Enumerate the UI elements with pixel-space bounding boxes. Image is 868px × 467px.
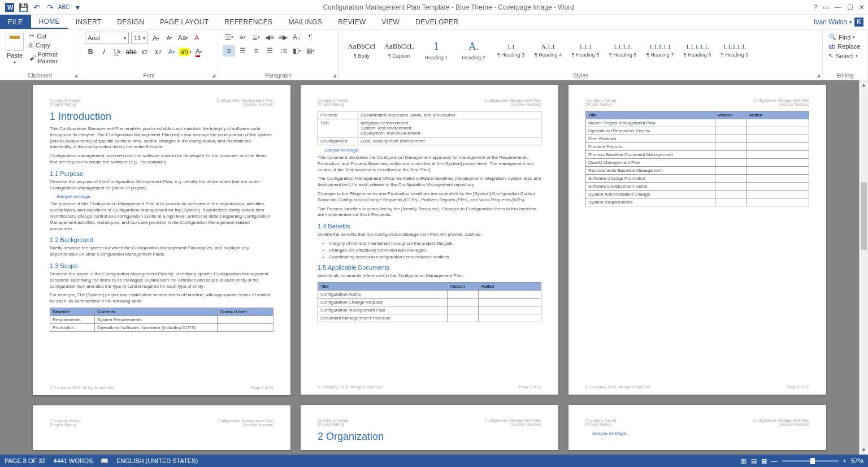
zoom-slider[interactable] xyxy=(782,460,839,462)
redo-button[interactable]: ↷ xyxy=(44,1,57,14)
scroll-up-button[interactable]: ▲ xyxy=(860,80,868,89)
vertical-scrollbar[interactable]: ▲ ▼ xyxy=(859,80,868,455)
paragraph-dialog-launcher[interactable]: ◢ xyxy=(333,73,336,78)
zoom-in-button[interactable]: + xyxy=(843,457,847,464)
align-left-button[interactable]: ≡ xyxy=(223,45,235,57)
style-heading-2[interactable]: A.Heading 2 xyxy=(455,32,492,69)
ribbon-options-icon[interactable]: ▭ xyxy=(823,3,829,11)
tab-design[interactable]: DESIGN xyxy=(109,15,152,29)
tab-insert[interactable]: INSERT xyxy=(68,15,110,29)
align-right-button[interactable]: ≡ xyxy=(250,45,262,57)
copy-button[interactable]: ⎘Copy xyxy=(28,41,75,49)
align-center-button[interactable]: ☰ xyxy=(236,45,249,57)
status-words[interactable]: 4441 WORDS xyxy=(54,457,93,464)
highlight-button[interactable]: ab▾ xyxy=(180,46,191,58)
borders-button[interactable]: ▦▾ xyxy=(304,45,316,57)
style--heading-8[interactable]: 1.1.1.1.1.¶ Heading 8 xyxy=(679,32,715,69)
multilevel-button[interactable]: ≣▾ xyxy=(250,32,262,43)
clear-formatting-button[interactable]: A̶ xyxy=(191,32,202,44)
replace-button[interactable]: abReplace xyxy=(827,42,863,50)
close-button[interactable]: ✕ xyxy=(859,3,865,11)
style--heading-7[interactable]: 1.1.1.1.1¶ Heading 7 xyxy=(642,32,678,69)
help-icon[interactable]: ? xyxy=(813,3,817,11)
superscript-button[interactable]: x2 xyxy=(153,46,164,58)
decrease-indent-button[interactable]: ◀≡ xyxy=(263,32,276,43)
style--heading-6[interactable]: 1.1.1.1.¶ Heading 6 xyxy=(605,32,641,69)
format-painter-button[interactable]: 🖌Format Painter xyxy=(28,50,75,65)
text-effects-button[interactable]: A▾ xyxy=(166,46,177,58)
status-page[interactable]: PAGE 8 OF 32 xyxy=(5,457,46,464)
font-dialog-launcher[interactable]: ◢ xyxy=(212,73,215,78)
style-gallery[interactable]: AaBbCcI¶ BodyAaBbCcL¶ Caption1Heading 1A… xyxy=(344,32,818,69)
zoom-level[interactable]: 57% xyxy=(851,457,863,464)
style-heading-1[interactable]: 1Heading 1 xyxy=(418,32,454,69)
justify-button[interactable]: ☰ xyxy=(263,45,276,57)
proofing-icon[interactable]: 📖 xyxy=(101,457,108,465)
tab-references[interactable]: REFERENCES xyxy=(216,15,280,29)
find-button[interactable]: 🔍Find▾ xyxy=(827,33,863,41)
style--caption[interactable]: AaBbCcL¶ Caption xyxy=(381,32,417,69)
shrink-font-button[interactable]: A▾ xyxy=(164,32,175,44)
undo-button[interactable]: ↶ xyxy=(31,1,43,14)
strikethrough-button[interactable]: abc xyxy=(125,46,137,58)
tab-view[interactable]: VIEW xyxy=(374,15,407,29)
style--heading-5[interactable]: 1.1.1¶ Heading 5 xyxy=(567,32,604,69)
shading-button[interactable]: ◧▾ xyxy=(290,45,303,57)
page-8: [Company Name][Project Name]Configuratio… xyxy=(301,85,558,395)
style--heading-3[interactable]: 1.1¶ Heading 3 xyxy=(493,32,529,69)
subscript-button[interactable]: x2 xyxy=(139,46,150,58)
qat-customize[interactable]: ▾ xyxy=(71,1,84,14)
group-label-styles: Styles xyxy=(339,72,822,79)
underline-button[interactable]: U▾ xyxy=(112,46,123,58)
styles-dialog-launcher[interactable]: ◢ xyxy=(817,73,820,78)
show-marks-button[interactable]: ¶ xyxy=(304,32,316,43)
word-icon[interactable]: W xyxy=(3,1,16,14)
maximize-button[interactable]: ☐ xyxy=(847,3,853,11)
document-area[interactable]: [Company Name][Project Name]Configuratio… xyxy=(0,80,859,455)
line-spacing-button[interactable]: ↕≡ xyxy=(277,45,289,57)
status-language[interactable]: ENGLISH (UNITED STATES) xyxy=(116,457,198,464)
tab-file[interactable]: FILE xyxy=(0,15,31,29)
select-button[interactable]: ↖Select▾ xyxy=(827,51,863,60)
view-web-layout[interactable]: ▦ xyxy=(761,457,767,465)
increase-indent-button[interactable]: ≡▶ xyxy=(277,32,289,43)
grow-font-button[interactable]: A▴ xyxy=(150,32,162,44)
view-read-mode[interactable]: ▥ xyxy=(741,457,747,465)
change-case-button[interactable]: Aa▾ xyxy=(177,32,189,44)
user-account[interactable]: Ivan Walsh ▾ K xyxy=(809,15,868,29)
bullets-button[interactable]: ☰▾ xyxy=(223,32,235,43)
tab-page-layout[interactable]: PAGE LAYOUT xyxy=(152,15,216,29)
heading-benefits: 1.4 Benefits xyxy=(318,223,541,230)
style--heading-4[interactable]: A.1.1¶ Heading 4 xyxy=(530,32,566,69)
scroll-down-button[interactable]: ▼ xyxy=(860,446,868,455)
scroll-thumb[interactable] xyxy=(861,182,867,250)
tab-home[interactable]: HOME xyxy=(31,15,68,29)
tab-mailings[interactable]: MAILINGS xyxy=(280,15,330,29)
clipboard-dialog-launcher[interactable]: ◢ xyxy=(74,73,77,78)
view-print-layout[interactable]: ▤ xyxy=(751,457,757,465)
style--body[interactable]: AaBbCcI¶ Body xyxy=(344,32,380,69)
table-referenced-docs: TitleVersionAuthorMaster Project Managem… xyxy=(585,111,809,206)
tab-developer[interactable]: DEVELOPER xyxy=(407,15,466,29)
font-size-select[interactable]: 11▾ xyxy=(131,32,148,44)
numbering-button[interactable]: ≡▾ xyxy=(236,32,249,43)
search-icon: 🔍 xyxy=(828,33,836,41)
replace-icon: ab xyxy=(828,43,835,50)
spelling-button[interactable]: ABC xyxy=(58,1,70,14)
minimize-button[interactable]: ― xyxy=(835,3,841,11)
style--heading-9[interactable]: 1.1.1.1.1.¶ Heading 9 xyxy=(717,32,753,69)
scissors-icon: ✂ xyxy=(29,32,34,40)
heading-applicable-docs: 1.5 Applicable Documents xyxy=(318,264,541,271)
cut-button[interactable]: ✂Cut xyxy=(28,32,75,40)
font-family-select[interactable]: Arial▾ xyxy=(85,32,129,44)
tab-review[interactable]: REVIEW xyxy=(330,15,374,29)
paste-button[interactable]: Paste ▾ xyxy=(5,32,25,79)
bold-button[interactable]: B xyxy=(85,46,96,58)
group-font: Arial▾ 11▾ A▴ A▾ Aa▾ A̶ B I U▾ abc x2 x2… xyxy=(80,29,218,80)
user-badge: K xyxy=(854,18,863,27)
zoom-out-button[interactable]: ― xyxy=(771,457,778,464)
sort-button[interactable]: A↓ xyxy=(290,32,303,43)
font-color-button[interactable]: A▾ xyxy=(193,46,205,58)
save-button[interactable]: 💾 xyxy=(17,1,29,14)
italic-button[interactable]: I xyxy=(98,46,110,58)
